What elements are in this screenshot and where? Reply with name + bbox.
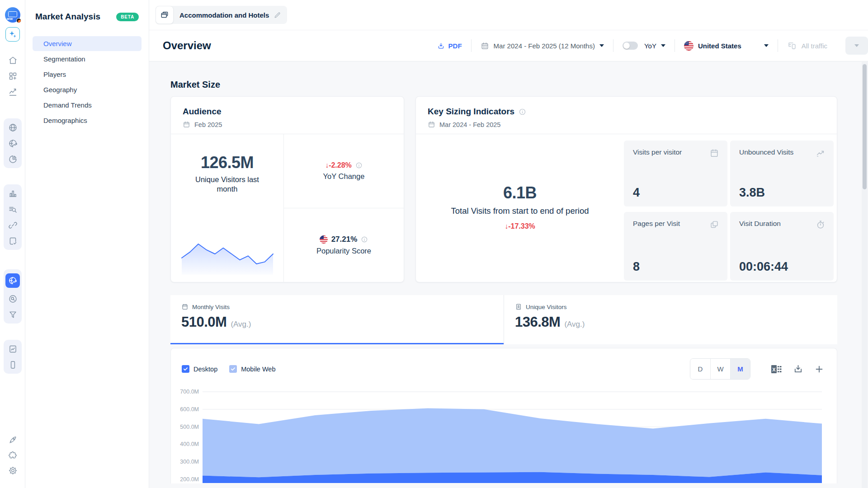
tile-label: Pages per Visit (633, 220, 680, 228)
pie-chart-icon[interactable] (8, 154, 18, 164)
audience-card: Audience Feb 2025 126.5M Unique Visitors… (170, 96, 404, 282)
puzzle-icon[interactable] (8, 450, 18, 460)
traffic-filter-dropdown[interactable] (845, 37, 868, 55)
svg-text:300.0M: 300.0M (180, 459, 199, 465)
link-icon[interactable] (8, 220, 18, 230)
rail-group-research (4, 184, 22, 250)
sidebar: Market Analysis BETA Overview Segmentati… (25, 0, 149, 488)
svg-text:400.0M: 400.0M (180, 441, 199, 447)
calendar-card-icon (709, 148, 719, 158)
globe-trend-icon[interactable] (8, 138, 18, 148)
unique-visitors-value: 126.5M (201, 153, 254, 172)
sparkles-ai-button[interactable] (5, 27, 20, 42)
audience-sparkline[interactable] (180, 239, 275, 276)
divider (613, 39, 613, 52)
info-icon[interactable] (361, 236, 368, 243)
page-header: Overview PDF Mar 2024 - Feb 2025 (12 Mon… (149, 30, 868, 61)
desktop-checkbox[interactable]: Desktop (182, 365, 217, 373)
sparkles-ai-icon (8, 30, 17, 39)
scrollbar-thumb[interactable] (863, 64, 867, 189)
traffic-filter-selector[interactable]: All traffic (787, 37, 868, 55)
sidebar-item-demand-trends[interactable]: Demand Trends (33, 98, 142, 113)
tab-unique-visitors[interactable]: Unique Visitors 136.8M (Avg.) (504, 295, 837, 344)
indicator-tiles: Visits per visitor 4 Unbounced Visits (624, 141, 834, 282)
key-sizing-date: Mar 2024 - Feb 2025 (439, 121, 500, 128)
market-selector-chip[interactable]: Accommodation and Hotels (156, 6, 287, 24)
report-chart-icon[interactable] (8, 344, 18, 354)
edit-pencil-icon[interactable] (274, 11, 281, 19)
calendar-card-icon (181, 303, 189, 310)
total-visits-value: 6.1B (503, 183, 537, 202)
similarweb-logo[interactable]: ww (5, 7, 20, 23)
sidebar-item-geography[interactable]: Geography (33, 82, 142, 97)
page-check-icon[interactable] (8, 236, 18, 246)
country-selector[interactable]: United States (684, 41, 769, 51)
visits-area-chart[interactable]: 700.0M600.0M500.0M400.0M300.0M200.0M (171, 387, 824, 483)
svg-text:700.0M: 700.0M (180, 389, 199, 395)
info-icon[interactable] (355, 162, 363, 169)
scrollbar-track[interactable] (862, 62, 868, 488)
tab-label: Monthly Visits (192, 304, 230, 310)
tile-value: 3.8B (739, 186, 826, 200)
date-range-selector[interactable]: Mar 2024 - Feb 2025 (12 Months) (481, 42, 604, 50)
tile-label: Visit Duration (739, 220, 781, 228)
divider (675, 39, 675, 52)
dashboard-add-icon[interactable] (8, 71, 18, 81)
calendar-icon (183, 121, 190, 128)
tab-label: Unique Visitors (526, 304, 567, 310)
funnel-icon[interactable] (8, 310, 18, 319)
chevron-down-icon[interactable] (661, 44, 665, 47)
rail-group-apps (4, 340, 22, 374)
unique-visitors-avg-value: 136.8M (515, 314, 560, 330)
country-value: United States (698, 42, 741, 50)
search-list-icon[interactable] (8, 204, 18, 214)
home-icon[interactable] (8, 55, 18, 65)
sidebar-item-players[interactable]: Players (33, 67, 142, 82)
globe-trend-icon-active[interactable] (5, 273, 20, 288)
bar-chart-icon[interactable] (8, 188, 18, 198)
download-pdf-icon (437, 42, 445, 50)
rail-group-web (4, 118, 22, 168)
svg-text:X: X (772, 366, 776, 372)
tile-label: Unbounced Visits (739, 148, 793, 156)
granularity-weekly[interactable]: W (710, 359, 730, 379)
tile-value: 8 (633, 260, 719, 274)
avg-suffix: (Avg.) (231, 320, 251, 329)
yoy-toggle[interactable] (623, 42, 638, 50)
checkbox-checked-icon (229, 365, 237, 373)
mobile-web-checkbox[interactable]: Mobile Web (229, 365, 275, 373)
traffic-filter-value: All traffic (802, 42, 827, 50)
line-chart-icon[interactable] (8, 87, 18, 97)
key-sizing-card: Key Sizing Indicators Mar 2024 - Feb 202… (415, 96, 837, 282)
gear-icon[interactable] (8, 465, 18, 475)
app-title: Market Analysis (35, 12, 100, 22)
granularity-daily[interactable]: D (690, 359, 710, 379)
export-pdf-button[interactable]: PDF (437, 42, 462, 50)
tab-monthly-visits[interactable]: Monthly Visits 510.0M (Avg.) (170, 295, 504, 344)
key-sizing-title: Key Sizing Indicators (428, 107, 514, 117)
overview-content: Market Size Audience Feb 2025 126.5M (149, 61, 868, 488)
keyword-search-icon[interactable] (8, 294, 18, 304)
sidebar-item-demographics[interactable]: Demographics (33, 113, 142, 128)
granularity-monthly[interactable]: M (730, 359, 750, 379)
mobile-icon[interactable] (8, 360, 18, 370)
chevron-down-icon (599, 44, 604, 47)
beta-badge: BETA (116, 13, 139, 21)
total-visits-change: -17.33% (508, 222, 535, 230)
icon-rail: ww (0, 0, 25, 488)
add-icon[interactable] (814, 364, 824, 374)
tile-label: Visits per visitor (633, 148, 682, 156)
us-flag-icon (320, 235, 328, 244)
sidebar-item-overview[interactable]: Overview (33, 36, 142, 51)
rocket-icon[interactable] (8, 435, 18, 445)
download-icon[interactable] (793, 364, 803, 374)
granularity-switch: D W M (690, 358, 750, 380)
logo-badge (16, 18, 21, 23)
info-icon[interactable] (519, 108, 526, 116)
sidebar-item-segmentation[interactable]: Segmentation (33, 52, 142, 66)
mobile-web-label: Mobile Web (241, 366, 275, 373)
globe-icon[interactable] (8, 122, 18, 132)
audience-title: Audience (183, 107, 222, 117)
trend-arrow-icon (816, 148, 826, 158)
excel-export-icon[interactable]: X (770, 364, 782, 375)
